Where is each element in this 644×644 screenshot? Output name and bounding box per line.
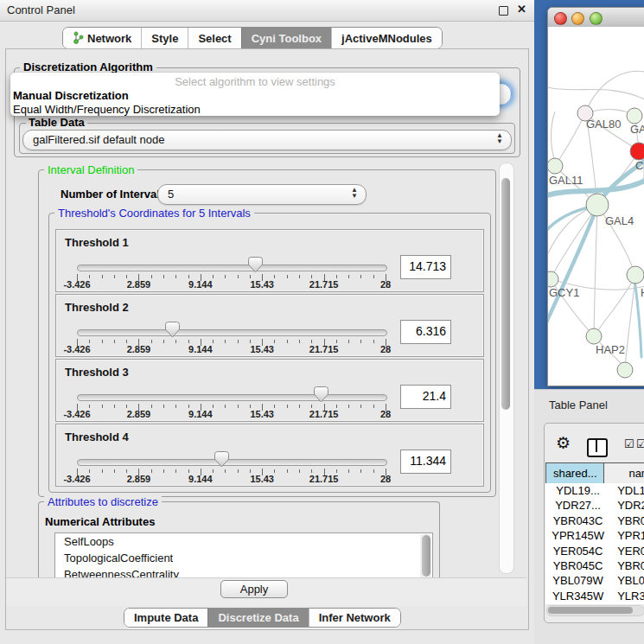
tick-mark	[188, 275, 189, 278]
threshold-value-field[interactable]: 14.713	[400, 255, 451, 279]
tick-mark	[274, 340, 275, 343]
float-window-icon[interactable]	[499, 6, 508, 16]
tick-mark	[250, 469, 251, 473]
threshold-panel: Threshold 2-3.4262.8599.14415.4321.71528…	[55, 294, 484, 357]
network-canvas[interactable]: GAL80GACGAL11GAL4GCY1HHAP2	[548, 27, 644, 384]
threshold-panel: Threshold 1-3.4262.8599.14415.4321.71528…	[55, 229, 484, 292]
tab-select[interactable]: Select	[188, 28, 240, 48]
slider-track[interactable]	[77, 394, 387, 401]
tab-label: jActiveMNodules	[341, 32, 432, 45]
tick-mark	[114, 275, 115, 278]
tab-network[interactable]: Network	[63, 28, 141, 48]
threshold-value-field[interactable]: 6.316	[400, 320, 451, 344]
zoom-traffic-light[interactable]	[590, 12, 603, 25]
cell-name: YBL0	[610, 573, 644, 588]
cell-name: YBR0	[610, 513, 644, 528]
threshold-value: 21.4	[423, 389, 446, 403]
number-of-intervals-combobox[interactable]: 5 ▲▼	[157, 184, 367, 205]
scrollbar-thumb[interactable]	[501, 178, 510, 410]
minimize-traffic-light[interactable]	[571, 12, 584, 25]
tick-mark	[299, 405, 300, 408]
hscrollbar-thumb[interactable]	[548, 607, 633, 614]
list-scrollbar-thumb[interactable]	[422, 535, 430, 577]
tick-mark	[89, 469, 90, 473]
tick-mark	[360, 405, 361, 408]
cell-shared-name: YBL079W	[545, 573, 610, 588]
table-row[interactable]: YBR043CYBR0	[545, 513, 644, 528]
dropdown-option[interactable]: Equal Width/Frequency Discretization	[13, 103, 201, 116]
threshold-value-field[interactable]: 21.4	[400, 385, 451, 409]
slider-track[interactable]	[77, 459, 387, 466]
horizontal-scrollbar[interactable]	[546, 605, 644, 616]
list-scrollbar[interactable]	[420, 534, 431, 577]
checkbox-icon[interactable]: ☑	[624, 437, 634, 450]
close-traffic-light[interactable]	[554, 12, 567, 25]
tab-label: Impute Data	[134, 611, 198, 624]
table-row[interactable]: YPR145WYPR1	[545, 528, 644, 543]
vertical-scrollbar[interactable]	[499, 163, 514, 574]
tick-mark	[250, 340, 251, 343]
tab-impute-data[interactable]: Impute Data	[124, 609, 207, 627]
tick-mark	[225, 469, 226, 473]
tick-mark	[373, 469, 374, 473]
intervals-value: 5	[168, 188, 174, 201]
cell-shared-name: YER054C	[545, 544, 610, 558]
slider-thumb[interactable]	[214, 451, 229, 468]
tab-discretize-data[interactable]: Discretize Data	[207, 609, 308, 627]
tick-mark	[89, 340, 90, 343]
slider-thumb[interactable]	[165, 322, 180, 338]
gear-icon[interactable]: ⚙	[556, 433, 571, 453]
table-body[interactable]: YDL19...YDL1YDR27...YDR2YBR043CYBR0YPR14…	[545, 483, 644, 604]
tab-infer-network[interactable]: Infer Network	[309, 609, 400, 627]
cell-shared-name: YDL19...	[545, 483, 610, 498]
tick-mark	[175, 469, 176, 473]
close-icon[interactable]: ✕	[517, 3, 526, 16]
table-row[interactable]: YDR27...YDR2	[545, 498, 644, 513]
tick-mark	[274, 405, 275, 408]
checkbox-icon[interactable]: ☑	[636, 437, 644, 450]
tick-mark	[151, 405, 152, 408]
tick-mark	[151, 469, 152, 473]
numerical-attributes-list[interactable]: SelfLoopsTopologicalCoefficientBetweenne…	[54, 532, 433, 579]
svg-text:GCY1: GCY1	[549, 286, 579, 299]
table-header-row: shared... name	[545, 462, 644, 484]
table-data-combobox[interactable]: galFiltered.sif default node ▲▼	[22, 130, 512, 150]
list-item[interactable]: TopologicalCoefficient	[55, 550, 432, 566]
tab-cyni-toolbox[interactable]: Cyni Toolbox	[241, 28, 331, 48]
slider-thumb[interactable]	[248, 257, 263, 273]
list-item[interactable]: SelfLoops	[55, 533, 432, 550]
top-tab-group: NetworkStyleSelectCyni ToolboxjActiveMNo…	[62, 27, 443, 49]
table-row[interactable]: YIL052CYIL0	[545, 603, 644, 604]
slider-track[interactable]	[77, 329, 387, 336]
split-columns-icon[interactable]	[587, 438, 608, 457]
cell-shared-name: YDR27...	[545, 498, 610, 513]
tick-mark	[373, 275, 374, 278]
tab-jactivemnodules[interactable]: jActiveMNodules	[331, 28, 442, 48]
tick-mark	[89, 405, 90, 408]
network-icon	[73, 31, 84, 45]
axis-tick-label: 28	[380, 279, 391, 290]
table-row[interactable]: YDL19...YDL1	[545, 483, 644, 498]
column-header-shared[interactable]: shared...	[545, 463, 604, 483]
table-row[interactable]: YBR045CYBR0	[545, 558, 644, 573]
slider-thumb[interactable]	[314, 386, 328, 403]
cp-tabbar: NetworkStyleSelectCyni ToolboxjActiveMNo…	[62, 27, 443, 49]
stepper-arrows-icon: ▲▼	[496, 132, 503, 144]
threshold-value-field[interactable]: 11.344	[400, 450, 451, 474]
table-row[interactable]: YER054CYER0	[545, 544, 644, 558]
tick-mark	[175, 340, 176, 343]
tick-mark	[311, 469, 312, 473]
slider-track[interactable]	[77, 265, 387, 271]
tab-style[interactable]: Style	[141, 28, 188, 48]
tick-mark	[287, 405, 288, 408]
table-row[interactable]: YBL079WYBL0	[545, 573, 644, 588]
column-header-name[interactable]: name	[604, 463, 644, 483]
apply-button[interactable]: Apply	[220, 580, 288, 598]
tick-mark	[114, 405, 115, 408]
tab-label: Style	[151, 32, 178, 45]
axis-tick-label: 15.43	[250, 344, 274, 354]
tick-mark	[287, 469, 288, 473]
table-row[interactable]: YLR345WYLR3	[545, 589, 644, 603]
axis-tick-label: 15.43	[250, 474, 274, 484]
dropdown-option[interactable]: Manual Discretization	[13, 89, 129, 102]
